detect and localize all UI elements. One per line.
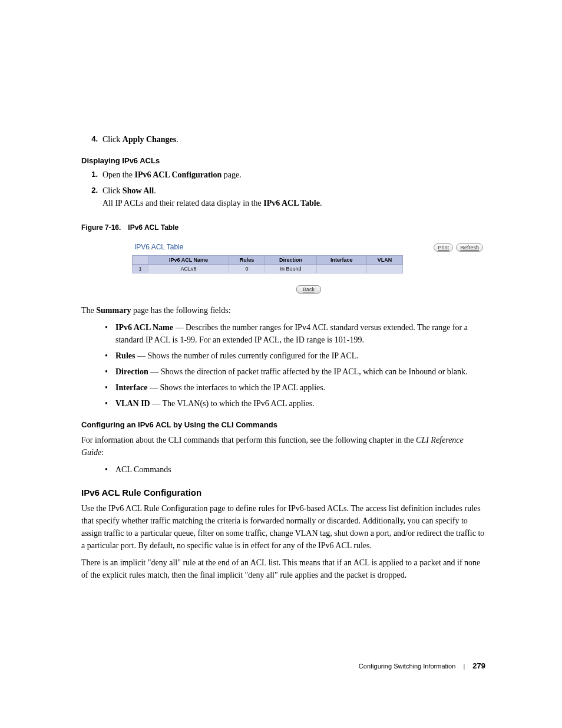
step-2: 2. Click Show All. All IP ACLs and their… — [81, 185, 485, 209]
print-button[interactable]: Print — [434, 243, 453, 252]
acl-table: IPv6 ACL Name Rules Direction Interface … — [132, 255, 403, 274]
summary-intro: The Summary page has the following field… — [81, 304, 485, 317]
figure-buttons: Print Refresh — [432, 242, 483, 252]
footer-separator: | — [463, 663, 465, 670]
page: 4. Click Apply Changes. Displaying IPv6 … — [0, 0, 562, 728]
figure-caption: Figure 7-16.IPv6 ACL Table — [81, 223, 485, 232]
table-row: 1 ACLv6 0 In Bound — [133, 265, 403, 274]
figure-ipv6-acl-table: IPV6 ACL Table Print Refresh IPv6 ACL Na… — [132, 242, 485, 294]
cell-vlan — [366, 265, 402, 274]
refresh-button[interactable]: Refresh — [456, 243, 483, 252]
step-1: 1. Open the IPv6 ACL Configuration page. — [81, 169, 485, 181]
rule-paragraph-1: Use the IPv6 ACL Rule Configuration page… — [81, 502, 485, 552]
ol-number: 1. — [81, 169, 103, 181]
col-vlan: VLAN — [366, 256, 402, 265]
field-list: IPv6 ACL Name — Describes the number ran… — [103, 321, 485, 410]
table-header-row: IPv6 ACL Name Rules Direction Interface … — [133, 256, 403, 265]
ol-number: 2. — [81, 185, 103, 209]
cli-bullets: ACL Commands — [103, 463, 485, 476]
cell-direction: In Bound — [265, 265, 317, 274]
rule-paragraph-2: There is an implicit "deny all" rule at … — [81, 556, 485, 581]
list-item: VLAN ID — The VLAN(s) to which the IPv6 … — [103, 397, 485, 410]
cell-interface — [316, 265, 366, 274]
step-1-text: Open the IPv6 ACL Configuration page. — [103, 169, 485, 181]
figure-title: IPV6 ACL Table — [134, 243, 183, 251]
list-item: Direction — Shows the direction of packe… — [103, 365, 485, 378]
back-button[interactable]: Back — [296, 285, 321, 294]
step-2-text: Click Show All. All IP ACLs and their re… — [103, 185, 485, 209]
list-item: ACL Commands — [103, 463, 485, 476]
cell-name: ACLv6 — [148, 265, 229, 274]
heading-displaying-ipv6-acls: Displaying IPv6 ACLs — [81, 156, 485, 165]
page-number: 279 — [472, 661, 485, 670]
col-direction: Direction — [265, 256, 317, 265]
col-rules: Rules — [229, 256, 265, 265]
list-item: Rules — Shows the number of rules curren… — [103, 350, 485, 362]
list-item: IPv6 ACL Name — Describes the number ran… — [103, 321, 485, 346]
col-name: IPv6 ACL Name — [148, 256, 229, 265]
cell-rownum: 1 — [133, 265, 148, 274]
step-4-text: Click Apply Changes. — [103, 133, 485, 146]
ol-number: 4. — [81, 133, 103, 146]
heading-ipv6-acl-rule-configuration: IPv6 ACL Rule Configuration — [81, 487, 485, 498]
cell-rules: 0 — [229, 265, 265, 274]
page-footer: Configuring Switching Information | 279 — [359, 661, 485, 670]
heading-cli: Configuring an IPv6 ACL by Using the CLI… — [81, 420, 485, 429]
step-4: 4. Click Apply Changes. — [81, 133, 485, 146]
footer-section: Configuring Switching Information — [359, 663, 455, 670]
col-interface: Interface — [316, 256, 366, 265]
col-rownum — [133, 256, 148, 265]
back-row: Back — [132, 274, 485, 294]
cli-paragraph: For information about the CLI commands t… — [81, 434, 485, 459]
list-item: Interface — Shows the interfaces to whic… — [103, 381, 485, 394]
